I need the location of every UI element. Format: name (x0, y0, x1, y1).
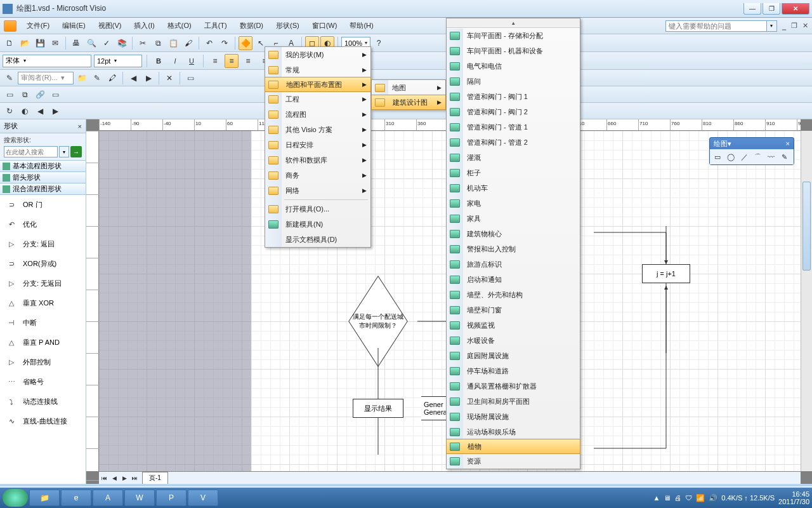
visio-icon[interactable] (4, 20, 16, 32)
menu-edit[interactable]: 编辑(E) (57, 19, 91, 32)
taskbar-ppt[interactable]: P (156, 490, 187, 506)
preview-button[interactable]: 🔍 (84, 36, 98, 50)
ex2-3[interactable]: ◀ (33, 104, 47, 118)
clock[interactable]: 16:452011/7/30 (778, 490, 809, 505)
scrollbar-vertical[interactable] (801, 131, 812, 471)
draw-arc[interactable]: ⌒ (752, 151, 763, 163)
new-button[interactable]: 🗋 (3, 36, 16, 50)
size-select[interactable]: 12pt▾ (94, 55, 142, 67)
shape-item[interactable]: ∿直线-曲线连接 (0, 411, 86, 431)
doc-restore[interactable]: ❐ (791, 22, 797, 30)
shape-item[interactable]: △垂直 XOR (0, 293, 86, 313)
rev-next-button[interactable]: ▶ (141, 71, 155, 85)
save-button[interactable]: 💾 (33, 36, 47, 50)
copy-button[interactable]: ⧉ (151, 36, 165, 50)
menu-item[interactable]: 流程图▶ (265, 107, 370, 122)
menu-item[interactable]: 庭园附属设施 (447, 348, 580, 363)
open-button[interactable]: 📂 (18, 36, 32, 50)
format-painter-button[interactable]: 🖌 (181, 36, 195, 50)
menu-item[interactable]: 建筑设计图▶ (371, 95, 446, 110)
draw-ellipse[interactable]: ◯ (725, 151, 737, 163)
doc-minimize[interactable]: ‗ (782, 22, 786, 30)
minimize-button[interactable]: — (743, 3, 761, 15)
shape-item[interactable]: ⊃XOR(异或) (0, 254, 86, 274)
menu-item[interactable]: 运动场和娱乐场 (447, 424, 580, 439)
rev-prev-button[interactable]: ◀ (126, 71, 140, 85)
stencil-basic[interactable]: 基本流程图形状 (0, 161, 86, 172)
font-select[interactable]: 宋体▾ (3, 55, 91, 67)
mail-button[interactable]: ✉ (48, 36, 62, 50)
reviewer-select[interactable]: 审阅者(R)...▾ (18, 72, 74, 84)
menu-item[interactable]: 商务▶ (265, 168, 370, 183)
start-button[interactable] (3, 489, 28, 507)
shape-item[interactable]: ⤵动态连接线 (0, 392, 86, 411)
shape-item[interactable]: ⊣中断 (0, 313, 86, 333)
paste-button[interactable]: 📋 (166, 36, 180, 50)
shapes-search-dd[interactable]: ▾ (59, 146, 69, 157)
taskbar-word[interactable]: W (124, 490, 155, 506)
rev-icon[interactable]: ✎ (3, 71, 16, 85)
shapes-search-go[interactable]: → (70, 146, 82, 157)
menu-item[interactable]: 管道和阀门 - 阀门 1 (447, 89, 580, 104)
menu-item[interactable]: 卫生间和厨房平面图 (447, 394, 580, 409)
align-center-button[interactable]: ≡ (225, 54, 239, 68)
menu-item[interactable]: 显示文档模具(D) (265, 232, 370, 247)
stencil-mixed[interactable]: 混合流程图形状 (0, 184, 86, 195)
menu-item[interactable]: 常规▶ (265, 62, 370, 77)
menu-item[interactable]: 墙壁和门窗 (447, 302, 580, 318)
menu-shape[interactable]: 形状(S) (271, 19, 304, 32)
menu-item[interactable]: 电气和电信 (447, 58, 580, 74)
menu-item[interactable]: 工程▶ (265, 91, 370, 107)
align-left-button[interactable]: ≡ (208, 54, 222, 68)
tab-prev[interactable]: ◀ (109, 473, 119, 483)
draw-freeform[interactable]: 〰 (765, 151, 776, 163)
menu-item[interactable]: 灌溉 (447, 150, 580, 165)
underline-button[interactable]: U (185, 54, 199, 68)
help-search-input[interactable] (665, 20, 767, 32)
menu-item[interactable]: 植物 (446, 439, 580, 454)
shapes-close-button[interactable]: × (78, 123, 82, 130)
spell-button[interactable]: ✓ (100, 36, 114, 50)
menu-item[interactable]: 地图▶ (372, 80, 445, 95)
menu-view[interactable]: 视图(V) (93, 19, 127, 32)
draw-rect[interactable]: ▭ (712, 151, 723, 163)
menu-item[interactable]: 资源 (447, 453, 580, 469)
ex2-4[interactable]: ▶ (48, 104, 62, 118)
draw-pencil[interactable]: ✎ (778, 151, 790, 163)
menu-item[interactable]: 其他 Visio 方案▶ (265, 122, 370, 137)
menu-item[interactable]: 隔间 (447, 74, 580, 89)
tab-next[interactable]: ▶ (119, 473, 129, 483)
drawing-menu-icon[interactable]: ▾ (728, 140, 731, 148)
menu-item[interactable]: 打开模具(O)... (265, 201, 370, 217)
rev-pen-button[interactable]: ✎ (90, 71, 104, 85)
menu-item[interactable]: 墙壁、外壳和结构 (447, 287, 580, 302)
shape-item[interactable]: ⋯省略号 (0, 372, 86, 392)
redo-button[interactable]: ↷ (218, 36, 232, 50)
menu-item[interactable]: 地图和平面布置图▶ (265, 77, 371, 92)
ex-2[interactable]: ⧉ (18, 88, 32, 102)
menu-item[interactable]: 旅游点标识 (447, 257, 580, 272)
help-search-dropdown[interactable]: ▾ (767, 20, 777, 32)
menu-tools[interactable]: 工具(T) (199, 19, 232, 32)
menu-item[interactable]: 机动车 (447, 180, 580, 196)
print-button[interactable]: 🖶 (69, 36, 83, 50)
menu-item[interactable]: 停车场和道路 (447, 363, 580, 378)
menu-item[interactable]: 现场附属设施 (447, 409, 580, 424)
menu-help[interactable]: 帮助(H) (344, 19, 378, 32)
shapes-search-input[interactable] (4, 146, 58, 157)
rev-highlight-button[interactable]: 🖍 (105, 71, 119, 85)
research-button[interactable]: 📚 (115, 36, 129, 50)
taskbar-ie[interactable]: e (61, 490, 91, 506)
menu-item[interactable]: 家具 (447, 211, 580, 226)
rev-delete-button[interactable]: ✕ (162, 71, 176, 85)
shape-item[interactable]: ⊃OR 门 (0, 195, 86, 215)
menu-window[interactable]: 窗口(W) (307, 19, 343, 32)
tab-first[interactable]: ⏮ (99, 473, 109, 483)
taskbar-explorer[interactable]: 📁 (29, 490, 60, 506)
shape-item[interactable]: ▷分支: 返回 (0, 234, 86, 254)
menu-item[interactable]: 家电 (447, 196, 580, 211)
process-node-3[interactable]: j = j+1 (642, 264, 690, 283)
taskbar-adobe[interactable]: A (93, 490, 123, 506)
menu-item[interactable]: 启动和通知 (447, 272, 580, 287)
menu-item[interactable]: 新建模具(N) (265, 217, 370, 232)
